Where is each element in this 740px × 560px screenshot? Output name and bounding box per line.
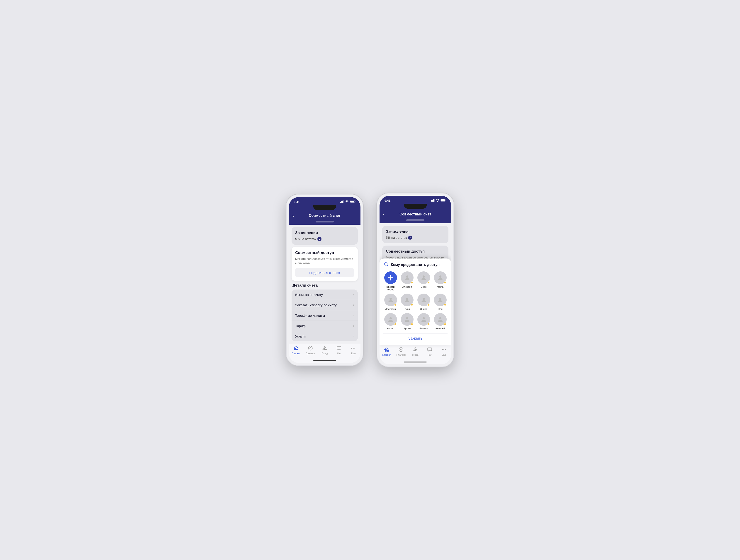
- accrual-row-1: 5% на остаток ●: [295, 237, 354, 241]
- svg-point-43: [445, 349, 446, 350]
- tab-home-1[interactable]: Главная: [290, 346, 302, 355]
- nav-title-2: Совместный счет: [399, 212, 431, 216]
- chevron-2: ›: [353, 314, 354, 317]
- details-card-1: Выписка по счету › Заказать справку по с…: [292, 290, 358, 341]
- notch-area-1: [289, 205, 361, 211]
- contact-enisya[interactable]: Энися: [416, 294, 431, 310]
- details-item-1[interactable]: Заказать справку по счету ›: [292, 300, 358, 310]
- contact-grid: Ввести номер Алексей: [383, 271, 448, 330]
- svg-point-36: [399, 347, 403, 352]
- chevron-4: ›: [353, 334, 354, 338]
- tab-chat-2[interactable]: Чат: [424, 347, 436, 356]
- contact-dot-sebe: [427, 282, 430, 284]
- battery-icon: [350, 200, 356, 204]
- contact-avatar-dostavka: [384, 294, 397, 306]
- contact-mama[interactable]: Мама: [433, 271, 448, 291]
- tab-more-icon-2: [441, 347, 446, 353]
- accrual-rate-2: 5% на остаток: [386, 236, 407, 239]
- tab-payments-2[interactable]: Платежи: [395, 347, 407, 356]
- tab-home-2[interactable]: Главная: [380, 347, 393, 356]
- contact-aleksey1[interactable]: Алексей: [400, 271, 414, 291]
- contact-dot-ravil: [427, 323, 430, 325]
- nav-bar-2: ‹ Совместный счет: [379, 210, 451, 219]
- tab-city-label-1: Город: [321, 352, 328, 355]
- tab-more-label-2: Еще: [442, 354, 446, 356]
- svg-point-14: [353, 348, 354, 349]
- contact-avatar-add: [384, 271, 397, 284]
- nav-subtitle-bar-2: [379, 219, 451, 223]
- tab-bar-1: Главная Платежи Город: [289, 344, 361, 359]
- svg-rect-7: [296, 349, 298, 350]
- home-bar-2: [404, 361, 427, 362]
- tab-city-1[interactable]: Город: [318, 346, 331, 355]
- tab-home-icon-1: [294, 346, 299, 352]
- svg-rect-40: [428, 348, 432, 351]
- tab-more-1[interactable]: Еще: [347, 346, 360, 355]
- svg-point-42: [444, 349, 444, 350]
- details-item-0[interactable]: Выписка по счету ›: [292, 290, 358, 300]
- svg-rect-18: [433, 199, 434, 202]
- tab-home-label-1: Главная: [292, 352, 300, 355]
- share-button-1[interactable]: Поделиться счетом: [295, 268, 354, 277]
- tab-city-icon-2: [413, 347, 418, 353]
- nav-bar-1: ‹ Совместный счет: [289, 211, 361, 221]
- contact-kamil[interactable]: Камил: [383, 313, 398, 330]
- status-icons-1: [340, 200, 356, 204]
- svg-point-37: [400, 349, 402, 350]
- nav-title-1: Совместный счет: [309, 214, 341, 218]
- tab-chat-1[interactable]: Чат: [333, 346, 345, 355]
- tab-more-2[interactable]: Еще: [438, 347, 450, 356]
- contact-name-aleksey1: Алексей: [402, 286, 412, 288]
- details-label-2: Тарифные лимиты: [295, 314, 325, 317]
- contact-add[interactable]: Ввести номер: [383, 271, 398, 291]
- contact-ravil[interactable]: Равиль: [416, 313, 431, 330]
- contact-avatar-enisya: [418, 294, 430, 306]
- accruals-title-1: Зачисления: [295, 231, 354, 235]
- contact-name-sebe: Себе: [421, 286, 427, 288]
- svg-point-29: [439, 298, 441, 300]
- tab-payments-label-1: Платежи: [306, 352, 315, 355]
- modal-overlay: Кому предоставить доступ Ввести номер: [379, 258, 451, 345]
- contact-dot-kamil: [394, 323, 396, 325]
- info-dot-1[interactable]: ●: [317, 237, 321, 241]
- contact-dostavka[interactable]: Доставка: [383, 294, 398, 310]
- accruals-card-1: Зачисления 5% на остаток ●: [292, 227, 358, 245]
- details-label-1: Заказать справку по счету: [295, 303, 337, 307]
- svg-rect-3: [344, 200, 344, 203]
- contact-artem[interactable]: Артем: [400, 313, 414, 330]
- contact-olya[interactable]: Оля: [433, 294, 448, 310]
- tab-payments-icon-1: [308, 346, 313, 352]
- svg-point-22: [384, 262, 387, 265]
- svg-point-13: [351, 348, 352, 349]
- contact-dot-aleksey2: [444, 323, 446, 325]
- home-indicator-1: [289, 359, 361, 363]
- contact-name-aleksey2: Алексей: [435, 327, 445, 330]
- status-bar-1: 9:41: [289, 197, 361, 205]
- details-item-2[interactable]: Тарифные лимиты ›: [292, 310, 358, 321]
- contact-aleksey2[interactable]: Алексей: [433, 313, 448, 330]
- tab-city-2[interactable]: Город: [409, 347, 422, 356]
- back-button-1[interactable]: ‹: [292, 213, 294, 218]
- details-item-3[interactable]: Тариф ›: [292, 321, 358, 331]
- tab-payments-1[interactable]: Платежи: [304, 346, 316, 355]
- tab-chat-icon-1: [337, 346, 342, 352]
- wifi-icon: [345, 200, 349, 204]
- info-dot-2[interactable]: ●: [408, 236, 412, 240]
- close-modal-button[interactable]: Закрыть: [383, 333, 448, 341]
- svg-rect-5: [350, 201, 354, 203]
- details-item-4[interactable]: Услуги ›: [292, 331, 358, 341]
- chevron-0: ›: [353, 293, 354, 296]
- contact-dot-enisya: [427, 304, 430, 306]
- signal-icon-2: [431, 199, 435, 202]
- tab-payments-icon-2: [398, 347, 403, 353]
- contact-avatar-aleksey2: [434, 313, 447, 326]
- svg-rect-34: [385, 349, 386, 352]
- time-2: 9:41: [384, 199, 390, 202]
- contact-name-dostavka: Доставка: [385, 308, 396, 310]
- contact-sebe[interactable]: Себе: [416, 271, 431, 291]
- back-button-2[interactable]: ‹: [383, 212, 384, 217]
- accruals-card-2: Зачисления 5% на остаток ●: [382, 226, 448, 243]
- contact-galiya[interactable]: Галия: [400, 294, 414, 310]
- signal-icon: [340, 200, 344, 204]
- tab-chat-label-2: Чат: [428, 354, 432, 356]
